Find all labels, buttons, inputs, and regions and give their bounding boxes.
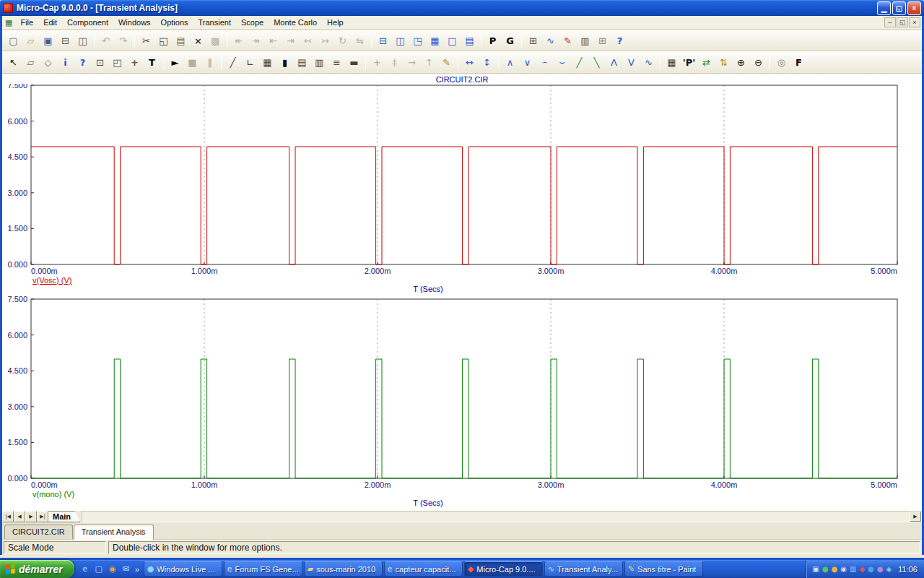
paste-icon[interactable]: ▤ — [173, 33, 189, 48]
print-preview-icon[interactable]: ◫ — [74, 33, 91, 48]
high-icon[interactable]: ⌢ — [536, 54, 553, 70]
peak-icon[interactable]: ∧ — [502, 54, 518, 70]
menu-transient[interactable]: Transient — [193, 17, 236, 28]
select-mode-icon[interactable]: ↖ — [5, 54, 22, 70]
mdi-close-button[interactable]: × — [909, 17, 920, 27]
g-key-button[interactable]: G — [502, 33, 518, 48]
run-button[interactable]: ► — [167, 54, 183, 70]
antivirus-tray-icon[interactable]: ◆ — [859, 566, 865, 573]
graphics-mode-icon[interactable]: ▱ — [22, 54, 39, 70]
grid-icon[interactable]: ▤ — [294, 54, 310, 70]
menu-options[interactable]: Options — [156, 17, 193, 28]
menu-component[interactable]: Component — [62, 17, 113, 28]
help-mode-icon[interactable]: ? — [74, 54, 91, 70]
wire-mode-icon[interactable]: ∟ — [242, 54, 258, 70]
graphics-tray-icon[interactable]: ● — [868, 566, 874, 573]
mdi-restore-button[interactable]: ◱ — [897, 17, 908, 27]
mdi-minimize-button[interactable]: – — [884, 17, 896, 27]
p-key-button[interactable]: P — [484, 33, 501, 48]
tab-transient-analysis[interactable]: Transient Analysis — [74, 525, 154, 540]
prev-sheet-button[interactable]: ◀ — [14, 511, 25, 522]
info-mode-icon[interactable]: i — [57, 54, 74, 70]
fall-edge-icon[interactable]: ╲ — [588, 54, 605, 70]
line-mode-icon[interactable]: ╱ — [225, 54, 241, 70]
task-capteur-capacit-[interactable]: ecapteur capacit... — [384, 561, 463, 577]
tag-text-icon[interactable]: ✎ — [438, 54, 455, 70]
tile-windows-icon[interactable]: ▦ — [427, 33, 443, 48]
next-sheet-button[interactable]: ▶ — [25, 511, 37, 522]
minimize-button[interactable]: ▁ — [877, 1, 891, 15]
calculator-icon[interactable]: ⊞ — [594, 33, 611, 48]
font-button[interactable]: F — [790, 54, 807, 70]
menu-windows[interactable]: Windows — [113, 17, 156, 28]
task-forum-fs-gene-[interactable]: eForum FS Gene... — [224, 561, 302, 577]
cascade-windows-icon[interactable]: ◳ — [409, 33, 426, 48]
internet-explorer-icon[interactable]: e — [79, 564, 91, 575]
model-program-icon[interactable]: ▥ — [577, 33, 593, 48]
task-windows-live-[interactable]: ●Windows Live ... — [144, 561, 222, 577]
menu-edit[interactable]: Edit — [38, 17, 62, 28]
split-vertical-icon[interactable]: ◫ — [392, 33, 409, 48]
scale-mode-icon[interactable]: ◰ — [109, 54, 126, 70]
top-icon[interactable]: Λ — [606, 54, 622, 70]
black-rectangle-icon[interactable]: ▮ — [276, 54, 293, 70]
rise-edge-icon[interactable]: ╱ — [571, 54, 588, 70]
polygon-mode-icon[interactable]: ◇ — [40, 54, 56, 70]
text-mode-icon[interactable]: T — [144, 54, 160, 70]
show-desktop-icon[interactable]: ▢ — [93, 564, 105, 575]
properties-icon[interactable]: ◎ — [773, 54, 790, 70]
zoom-out-icon[interactable]: ⊖ — [750, 54, 767, 70]
print-icon[interactable]: ⊟ — [57, 33, 74, 48]
new-file-icon[interactable]: ▢ — [5, 33, 22, 48]
horizontal-scrollbar[interactable]: ▶ — [82, 511, 922, 522]
task-sans-titre-paint[interactable]: ✎Sans titre - Paint — [624, 561, 703, 577]
open-file-icon[interactable]: ▱ — [22, 33, 39, 48]
maximize-window-icon[interactable]: □ — [444, 33, 461, 48]
close-button[interactable]: × — [907, 1, 921, 15]
start-button[interactable]: démarrer — [0, 560, 74, 578]
baseline-icon[interactable]: ▬ — [346, 54, 362, 70]
scroll-right-button[interactable]: ▶ — [910, 512, 921, 522]
media-player-icon[interactable]: ◉ — [107, 564, 118, 575]
cursor-mode-icon[interactable]: + — [126, 54, 143, 70]
normalize-y-icon[interactable]: ⇅ — [715, 54, 732, 70]
zoom-in-icon[interactable]: ⊕ — [733, 54, 749, 70]
sheet-tab-main[interactable]: Main — [48, 511, 80, 522]
cut-icon[interactable]: ✂ — [138, 33, 154, 48]
scheduler-tray-icon[interactable]: ● — [877, 566, 884, 573]
normalize-x-icon[interactable]: ⇄ — [698, 54, 715, 70]
horizontal-lines-icon[interactable]: ≡ — [328, 54, 345, 70]
help-topics-icon[interactable]: ? — [611, 33, 628, 48]
task-micro-cap-9-0-[interactable]: ◆Micro-Cap 9.0.... — [464, 561, 543, 577]
last-sheet-button[interactable]: ▶| — [37, 511, 48, 522]
menu-file[interactable]: File — [15, 17, 38, 28]
task-transient-analy-[interactable]: ∿Transient Analy... — [544, 561, 623, 577]
align-cursors-vertical-icon[interactable]: ↕ — [479, 54, 495, 70]
data-points-icon[interactable]: ▦ — [259, 54, 276, 70]
task-sous-marin-2010[interactable]: ▰sous-marin 2010 — [304, 561, 383, 577]
numeric-output-window-icon[interactable]: ▤ — [461, 33, 478, 48]
p-cursor-icon[interactable]: 'P' — [681, 54, 697, 70]
low-icon[interactable]: ⌣ — [554, 54, 570, 70]
save-icon[interactable]: ▣ — [40, 33, 56, 48]
usb-tray-icon[interactable]: ◈ — [886, 566, 892, 573]
quick-launch-overflow[interactable]: » — [134, 565, 142, 574]
restore-button[interactable]: ◱ — [892, 1, 906, 15]
menu-help[interactable]: Help — [322, 17, 349, 28]
probe-pen-icon[interactable]: ✎ — [559, 33, 576, 48]
volume-tray-icon[interactable]: ◉ — [840, 566, 847, 573]
menu-scope[interactable]: Scope — [236, 17, 269, 28]
split-horizontal-icon[interactable]: ⊟ — [375, 33, 391, 48]
tab-circuit2-cir[interactable]: CIRCUIT2.CIR — [4, 525, 73, 539]
region-select-icon[interactable]: ⊡ — [92, 54, 108, 70]
bar-chart-icon[interactable]: ▥ — [311, 54, 328, 70]
outlook-icon[interactable]: ✉ — [121, 564, 132, 575]
network-tray-icon[interactable]: ▥ — [850, 566, 856, 573]
menu-monte-carlo[interactable]: Monte Carlo — [269, 17, 322, 28]
language-indicator[interactable]: ▣ — [812, 566, 819, 573]
bottom-icon[interactable]: V — [623, 54, 640, 70]
first-sheet-button[interactable]: |◀ — [2, 511, 14, 522]
update-tray-icon[interactable]: ● — [831, 566, 837, 573]
component-editor-icon[interactable]: ⊞ — [525, 33, 541, 48]
shape-editor-icon[interactable]: ∿ — [542, 33, 559, 48]
